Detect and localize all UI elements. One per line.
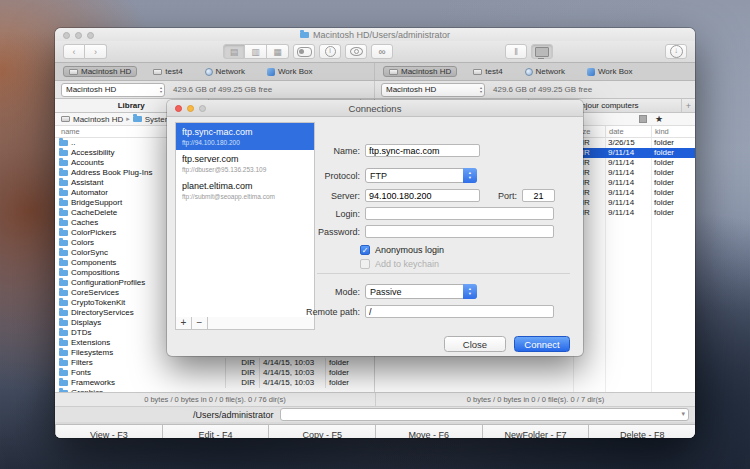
view-mode-switcher: ▤ ▥ ▦ [223,44,289,59]
file-size: DIR [225,378,259,388]
file-date: 4/14/15, 10:03 [259,368,325,378]
volume-icon [525,68,533,76]
remote-path-field[interactable] [365,305,554,318]
folder-icon [59,390,68,392]
minimize-button[interactable] [75,32,82,39]
login-label: Login: [295,209,365,219]
drive-select[interactable]: Macintosh HD▴▾ [61,83,165,97]
status-bar: 0 bytes / 0 bytes in 0 / 0 file(s). 0 / … [55,392,695,406]
folder-icon [59,320,68,326]
volume-tab[interactable]: Macintosh HD [383,66,457,77]
port-label: Port: [480,191,522,201]
folder-icon [59,240,68,246]
column-date[interactable]: date [605,126,651,137]
file-name: Address Book Plug-Ins [71,168,152,178]
function-bar: View - F3 Edit - F4 Copy - F5 Move - F6 … [55,422,695,438]
function-button[interactable]: Delete - F8 [588,425,695,438]
connections-button[interactable] [531,44,553,59]
connection-item[interactable]: planet.eltima.com ftp://submit@seoapp.el… [176,177,314,204]
favorites-star-icon[interactable]: ★ [655,115,663,123]
connections-list-actions: + − [175,317,315,330]
close-dialog-button[interactable]: Close [444,336,506,352]
connection-item[interactable]: ftp.server.com ftp://dbuser@95.136.253.1… [176,150,314,177]
view-options-icon[interactable] [639,115,647,123]
connection-url: ftp://dbuser@95.136.253.109 [182,165,308,174]
volume-tab-label: Macintosh HD [401,67,451,76]
close-button[interactable] [63,32,70,39]
volume-tab[interactable]: test4 [467,66,508,77]
volume-tab[interactable]: Network [199,66,251,77]
function-button[interactable]: Edit - F4 [162,425,269,438]
command-input[interactable] [281,409,688,420]
right-pane-status: 0 bytes / 0 bytes in 0 / 0 file(s). 0 / … [375,393,695,406]
grid-view-icon[interactable]: ▦ [267,44,289,59]
search-button[interactable]: ∞ [371,44,393,59]
folder-icon [59,270,68,276]
volume-tab-bar: Macintosh HD test4 Network Work Box Maci… [55,63,695,81]
function-button[interactable]: Move - F6 [375,425,482,438]
name-field[interactable] [365,144,480,157]
eye-icon [350,47,363,56]
remove-connection-button[interactable]: − [192,317,208,329]
back-button[interactable]: ‹ [63,44,85,59]
network-icon [535,47,549,57]
column-name[interactable]: name [61,127,80,136]
function-button[interactable]: NewFolder - F7 [482,425,589,438]
file-detail-row: DIR4/14/15, 10:03folder [225,358,373,368]
queue-button[interactable]: ‖ [505,44,527,59]
folder-icon [59,180,68,186]
close-button[interactable] [175,105,182,112]
file-kind: folder [651,148,695,158]
connection-item[interactable]: ftp.sync-mac.com ftp://94.100.180.200 [176,123,314,150]
mode-dropdown[interactable]: Passive▴▾ [365,284,477,299]
function-buttons: View - F3 Edit - F4 Copy - F5 Move - F6 … [55,424,695,438]
chevron-down-icon[interactable]: ▾ [681,410,685,418]
zoom-button[interactable] [87,32,94,39]
login-field[interactable] [365,207,554,220]
column-kind[interactable]: kind [651,126,695,137]
detail-view-icon[interactable]: ▥ [245,44,267,59]
file-name: Automator [71,188,108,198]
show-hidden-button[interactable] [345,44,367,59]
download-icon: ↓ [670,45,683,58]
info-button[interactable] [319,44,341,59]
password-field[interactable] [365,225,554,238]
volume-tab[interactable]: test4 [147,66,188,77]
left-volume-tabs: Macintosh HD test4 Network Work Box [55,63,375,80]
connection-name: ftp.server.com [182,154,308,165]
volume-tab[interactable]: Work Box [261,66,319,77]
connect-button[interactable]: Connect [514,336,570,352]
file-date: 9/11/14 [605,158,651,168]
anonymous-checkbox[interactable]: ✓ [360,245,370,255]
volume-tab[interactable]: Network [519,66,571,77]
file-name: Displays [71,318,101,328]
keychain-checkbox[interactable] [360,259,370,269]
password-row: Password: [295,224,554,239]
file-row[interactable]: Graphics [55,388,374,392]
list-view-icon[interactable]: ▤ [223,44,245,59]
breadcrumb-device[interactable]: Macintosh HD [73,115,123,124]
folder-icon [59,370,68,376]
folder-icon [59,280,68,286]
server-field[interactable] [365,189,480,202]
forward-button[interactable]: › [85,44,107,59]
minimize-button[interactable] [187,105,194,112]
downloads-button[interactable]: ↓ [665,44,687,59]
protocol-label: Protocol: [295,171,365,181]
function-button[interactable]: Copy - F5 [268,425,375,438]
volume-tab[interactable]: Macintosh HD [63,66,137,77]
connection-url: ftp://submit@seoapp.eltima.com [182,192,308,201]
function-button[interactable]: View - F3 [55,425,162,438]
port-field[interactable] [522,189,555,202]
window-title: Macintosh HD/Users/administrator [55,28,695,42]
add-connection-button[interactable]: + [176,317,192,329]
protocol-dropdown[interactable]: FTP▴▾ [365,168,477,183]
drive-select[interactable]: Macintosh HD▴▾ [381,83,485,97]
folder-icon [133,116,142,122]
volume-tab[interactable]: Work Box [581,66,639,77]
folder-icon [59,230,68,236]
file-detail-row: DIR4/14/15, 10:03folder [225,378,373,388]
toggle-panel-button[interactable] [293,44,315,59]
volume-icon [267,68,275,76]
add-tab-button[interactable]: + [681,99,695,112]
